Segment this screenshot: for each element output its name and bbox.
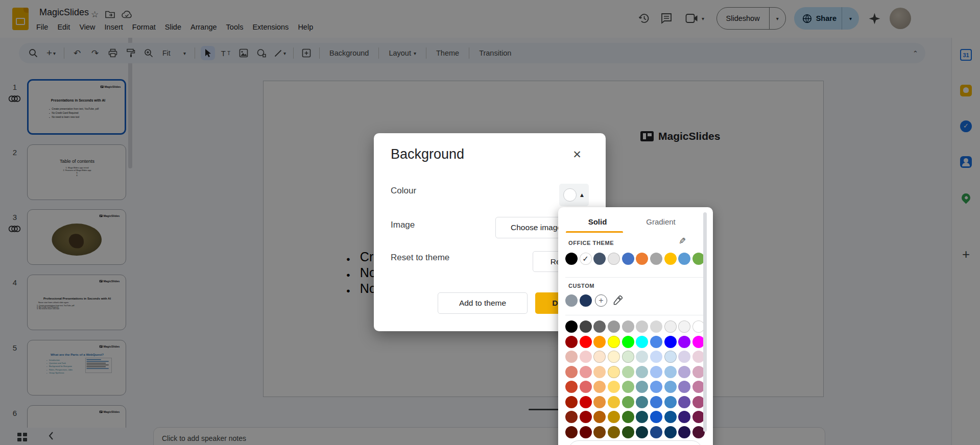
theme-colour-swatch[interactable] xyxy=(636,253,648,265)
palette-colour-swatch[interactable] xyxy=(622,366,634,378)
theme-colour-swatch[interactable]: ✓ xyxy=(580,253,592,265)
palette-colour-swatch[interactable] xyxy=(565,426,578,438)
palette-colour-swatch[interactable] xyxy=(678,426,690,438)
palette-colour-swatch[interactable] xyxy=(580,411,592,423)
transparent-button[interactable] xyxy=(568,440,702,445)
palette-colour-swatch[interactable] xyxy=(664,351,677,363)
palette-colour-swatch[interactable] xyxy=(636,366,648,378)
current-colour-swatch xyxy=(563,188,577,202)
theme-colour-swatch[interactable] xyxy=(678,253,690,265)
palette-colour-swatch[interactable] xyxy=(636,411,648,423)
palette-colour-swatch[interactable] xyxy=(622,381,634,393)
palette-colour-swatch[interactable] xyxy=(608,366,620,378)
palette-colour-swatch[interactable] xyxy=(636,381,648,393)
palette-colour-swatch[interactable] xyxy=(650,366,662,378)
palette-colour-swatch[interactable] xyxy=(636,320,648,333)
tab-gradient[interactable]: Gradient xyxy=(629,211,692,232)
palette-colour-swatch[interactable] xyxy=(664,381,677,393)
palette-colour-swatch[interactable] xyxy=(664,396,677,408)
close-icon[interactable]: ✕ xyxy=(570,147,584,162)
palette-colour-swatch[interactable] xyxy=(565,320,578,333)
palette-colour-swatch[interactable] xyxy=(593,396,606,408)
theme-colour-swatch[interactable] xyxy=(593,253,606,265)
palette-colour-swatch[interactable] xyxy=(580,351,592,363)
edit-theme-pencil-icon[interactable]: ✎ xyxy=(679,236,686,246)
palette-colour-swatch[interactable] xyxy=(565,366,578,378)
palette-colour-swatch[interactable] xyxy=(565,411,578,423)
palette-colour-swatch[interactable] xyxy=(608,426,620,438)
palette-colour-swatch[interactable] xyxy=(622,336,634,348)
theme-colour-swatch[interactable] xyxy=(664,253,677,265)
palette-colour-swatch[interactable] xyxy=(636,426,648,438)
palette-colour-swatch[interactable] xyxy=(664,411,677,423)
add-custom-colour-icon[interactable]: + xyxy=(595,294,607,307)
palette-colour-swatch[interactable] xyxy=(650,351,662,363)
palette-colour-swatch[interactable] xyxy=(678,381,690,393)
palette-colour-swatch[interactable] xyxy=(678,396,690,408)
palette-colour-swatch[interactable] xyxy=(608,381,620,393)
colour-swatch-button[interactable]: ▲ xyxy=(559,184,589,206)
palette-colour-swatch[interactable] xyxy=(650,411,662,423)
palette-colour-swatch[interactable] xyxy=(593,411,606,423)
palette-colour-swatch[interactable] xyxy=(678,411,690,423)
palette-colour-swatch[interactable] xyxy=(650,396,662,408)
palette-colour-swatch[interactable] xyxy=(580,426,592,438)
custom-colour-swatch[interactable] xyxy=(580,294,592,307)
palette-colour-swatch[interactable] xyxy=(678,336,690,348)
palette-colour-swatch[interactable] xyxy=(664,426,677,438)
palette-colour-swatch[interactable] xyxy=(580,366,592,378)
palette-colour-swatch[interactable] xyxy=(650,426,662,438)
dialog-title: Background xyxy=(391,146,464,162)
palette-colour-swatch[interactable] xyxy=(622,426,634,438)
palette-colour-swatch[interactable] xyxy=(608,336,620,348)
palette-colour-swatch[interactable] xyxy=(678,351,690,363)
theme-colour-swatch[interactable] xyxy=(650,253,662,265)
theme-colour-swatch[interactable] xyxy=(565,253,578,265)
theme-colour-swatch[interactable] xyxy=(622,253,634,265)
palette-colour-swatch[interactable] xyxy=(650,320,662,333)
palette-colour-swatch[interactable] xyxy=(565,351,578,363)
palette-colour-swatch[interactable] xyxy=(565,336,578,348)
palette-colour-swatch[interactable] xyxy=(622,411,634,423)
palette-colour-swatch[interactable] xyxy=(593,381,606,393)
theme-colour-swatch[interactable] xyxy=(608,253,620,265)
palette-colour-swatch[interactable] xyxy=(650,381,662,393)
eyedropper-icon[interactable] xyxy=(612,295,623,306)
palette-row xyxy=(565,351,705,363)
palette-colour-swatch[interactable] xyxy=(565,381,578,393)
palette-colour-swatch[interactable] xyxy=(580,381,592,393)
palette-colour-swatch[interactable] xyxy=(608,411,620,423)
picker-divider xyxy=(565,315,705,315)
custom-colour-swatch[interactable] xyxy=(565,294,578,307)
palette-colour-swatch[interactable] xyxy=(636,336,648,348)
palette-colour-swatch[interactable] xyxy=(622,320,634,333)
palette-colour-swatch[interactable] xyxy=(608,396,620,408)
palette-colour-swatch[interactable] xyxy=(678,320,690,333)
palette-colour-swatch[interactable] xyxy=(664,366,677,378)
palette-colour-swatch[interactable] xyxy=(636,396,648,408)
add-to-theme-button[interactable]: Add to theme xyxy=(438,292,528,314)
selected-check-icon: ✓ xyxy=(580,253,591,264)
palette-row xyxy=(565,381,705,393)
palette-colour-swatch[interactable] xyxy=(593,426,606,438)
palette-colour-swatch[interactable] xyxy=(593,351,606,363)
palette-colour-swatch[interactable] xyxy=(650,336,662,348)
palette-colour-swatch[interactable] xyxy=(565,396,578,408)
palette-colour-swatch[interactable] xyxy=(593,336,606,348)
palette-colour-swatch[interactable] xyxy=(678,366,690,378)
custom-label: CUSTOM xyxy=(568,283,594,289)
palette-colour-swatch[interactable] xyxy=(608,320,620,333)
palette-colour-swatch[interactable] xyxy=(608,351,620,363)
palette-colour-swatch[interactable] xyxy=(622,396,634,408)
palette-colour-swatch[interactable] xyxy=(580,320,592,333)
palette-colour-swatch[interactable] xyxy=(593,366,606,378)
palette-colour-swatch[interactable] xyxy=(622,351,634,363)
palette-colour-swatch[interactable] xyxy=(593,320,606,333)
picker-scrollbar[interactable] xyxy=(703,212,707,432)
palette-colour-swatch[interactable] xyxy=(636,351,648,363)
palette-colour-swatch[interactable] xyxy=(580,336,592,348)
palette-colour-swatch[interactable] xyxy=(664,336,677,348)
palette-colour-swatch[interactable] xyxy=(664,320,677,333)
palette-colour-swatch[interactable] xyxy=(580,396,592,408)
tab-solid[interactable]: Solid xyxy=(566,211,629,232)
